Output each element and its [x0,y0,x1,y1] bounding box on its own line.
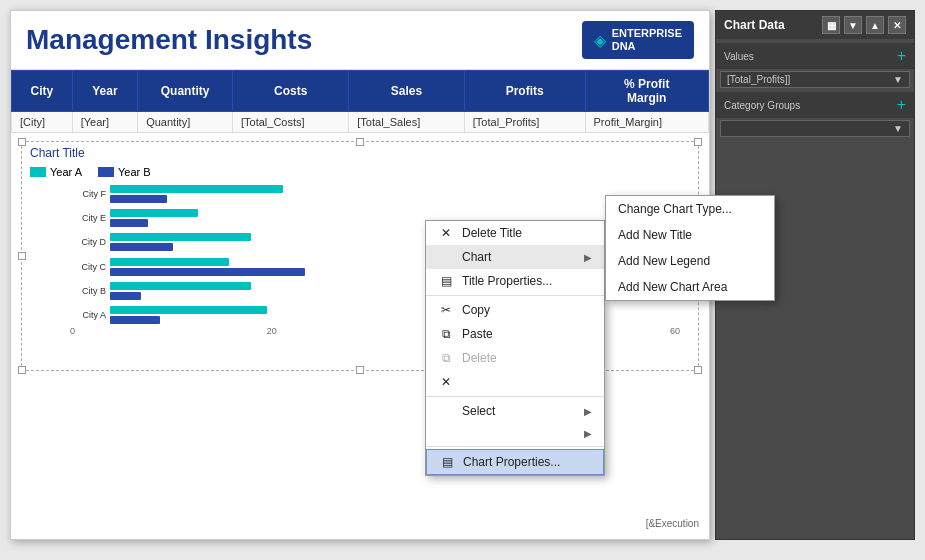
panel-groups-label: Category Groups [724,100,800,111]
panel-icon-grid[interactable]: ▦ [822,16,840,34]
col-costs: Costs [232,71,348,112]
report-footer: [&Execution [646,518,699,529]
panel-groups-arrow: ▼ [893,123,903,134]
col-sales: Sales [349,71,464,112]
bar-label: City E [70,213,106,223]
panel-groups-add[interactable]: + [897,96,906,114]
legend-item-b: Year B [98,166,151,178]
menu-select[interactable]: ▶ [426,423,604,444]
panel-values-dropdown[interactable]: [Total_Profits]] ▼ [720,71,910,88]
col-profit-margin: % ProfitMargin [585,71,708,112]
menu-layout[interactable]: Select ▶ [426,399,604,423]
cell-sales: [Total_Sales] [349,112,464,133]
logo-text: ENTERPRISE DNA [612,27,682,53]
layout-label: Select [462,404,576,418]
resize-handle-bl[interactable] [18,366,26,374]
bar-b [110,316,160,324]
submenu-change-chart-type[interactable]: Change Chart Type... [606,196,774,222]
bar-a [110,282,251,290]
chart-props-icon: ▤ [439,455,455,469]
panel-icon-close[interactable]: ✕ [888,16,906,34]
chart-label: Chart [462,250,576,264]
resize-handle-bm[interactable] [356,366,364,374]
cell-quantity: Quantity] [138,112,233,133]
bar-label: City D [70,237,106,247]
panel-icon-down[interactable]: ▼ [844,16,862,34]
col-profits: Profits [464,71,585,112]
panel-values-add[interactable]: + [897,47,906,65]
cell-costs: [Total_Costs] [232,112,348,133]
context-menu: ✕ Delete Title Chart ▶ ▤ Title Propertie… [425,220,605,476]
menu-chart-properties[interactable]: ▤ Chart Properties... [426,449,604,475]
menu-delete-title[interactable]: ✕ Delete Title [426,221,604,245]
bar-a [110,209,198,217]
bars-group [110,209,198,227]
table-row: [City] [Year] Quantity] [Total_Costs] [T… [12,112,709,133]
bar-b [110,243,173,251]
copy-icon: ⧉ [438,327,454,341]
bar-b [110,292,141,300]
bar-label: City C [70,262,106,272]
bar-b [110,268,305,276]
bars-group [110,258,305,276]
panel-icon-up[interactable]: ▲ [866,16,884,34]
resize-handle-tm[interactable] [356,138,364,146]
bar-b [110,195,167,203]
select-arrow: ▶ [584,428,592,439]
legend-swatch-b [98,167,114,177]
submenu: Change Chart Type... Add New Title Add N… [605,195,775,301]
menu-copy[interactable]: ⧉ Paste [426,322,604,346]
panel-toolbar: ▦ ▼ ▲ ✕ [822,16,906,34]
bar-label: City F [70,189,106,199]
panel-values-arrow: ▼ [893,74,903,85]
bars-group [110,185,283,203]
legend-label-a: Year A [50,166,82,178]
panel-values-header: Values + [716,43,914,69]
paste-icon: ⧉ [438,351,454,365]
panel-values-field: [Total_Profits]] [727,74,790,85]
menu-title-properties[interactable]: ▤ Title Properties... [426,269,604,293]
menu-sep-3 [426,446,604,447]
panel-title: Chart Data [724,18,785,32]
menu-cut[interactable]: ✂ Copy [426,298,604,322]
chart-legend: Year A Year B [22,164,698,180]
legend-item-a: Year A [30,166,82,178]
cell-margin: Profit_Margin] [585,112,708,133]
legend-swatch-a [30,167,46,177]
panel-groups-dropdown[interactable]: ▼ [720,120,910,137]
bar-label: City B [70,286,106,296]
title-props-label: Title Properties... [462,274,592,288]
menu-chart[interactable]: Chart ▶ [426,245,604,269]
legend-label-b: Year B [118,166,151,178]
submenu-add-new-chart-area[interactable]: Add New Chart Area [606,274,774,300]
col-city: City [12,71,73,112]
bar-b [110,219,148,227]
delete-icon: ✕ [438,375,454,389]
title-props-icon: ▤ [438,274,454,288]
menu-sep-1 [426,295,604,296]
cell-city: [City] [12,112,73,133]
logo-icon: ◈ [594,31,606,50]
col-year: Year [72,71,137,112]
report-header: Management Insights ◈ ENTERPRISE DNA [11,11,709,70]
resize-handle-tr[interactable] [694,138,702,146]
panel-values-label: Values [724,51,754,62]
menu-paste[interactable]: ⧉ Delete [426,346,604,370]
menu-delete[interactable]: ✕ [426,370,604,394]
col-quantity: Quantity [138,71,233,112]
copy-label: Paste [462,327,592,341]
resize-handle-tl[interactable] [18,138,26,146]
chart-arrow: ▶ [584,252,592,263]
bar-row: City F [70,185,680,203]
bar-a [110,306,267,314]
cut-icon: ✂ [438,303,454,317]
bars-group [110,306,267,324]
cut-label: Copy [462,303,592,317]
submenu-add-new-title[interactable]: Add New Title [606,222,774,248]
submenu-add-new-legend[interactable]: Add New Legend [606,248,774,274]
delete-title-label: Delete Title [462,226,592,240]
delete-title-icon: ✕ [438,226,454,240]
panel-groups-header: Category Groups + [716,92,914,118]
resize-handle-br[interactable] [694,366,702,374]
chart-props-label: Chart Properties... [463,455,591,469]
